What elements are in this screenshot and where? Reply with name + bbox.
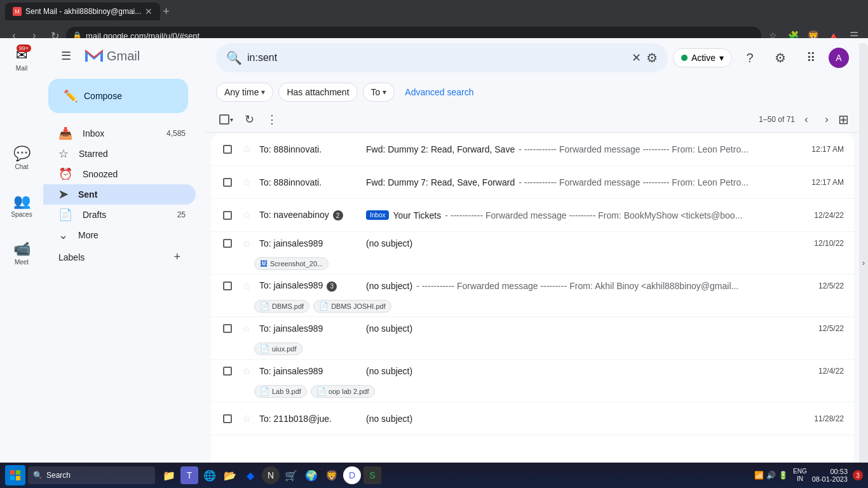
email-checkbox-6[interactable] [221,322,234,335]
new-tab-button[interactable]: + [163,5,170,18]
search-input[interactable] [247,52,627,64]
email-body-1: Fwd: Dummy 2: Read, Forward, Save - ----… [366,144,788,154]
email-row[interactable]: ☆ To: jainsales989 (no subject) 12/10/22… [211,232,854,274]
status-badge[interactable]: Active ▾ [673,48,732,67]
sidebar-item-sent[interactable]: ➤ Sent [43,184,196,205]
compose-icon: ✏️ [64,89,78,103]
email-star-4[interactable]: ☆ [239,236,254,251]
settings-button[interactable]: ⚙ [768,45,793,71]
more-options-button[interactable]: ⋮ [262,109,282,130]
right-panel-collapse[interactable]: › [859,43,868,483]
email-checkbox-7[interactable] [221,365,234,377]
taskbar-app-chrome[interactable]: 🌍 [302,466,320,484]
sidebar-item-snoozed[interactable]: ⏰ Snoozed [43,164,196,184]
attachment-filter-chip[interactable]: Has attachment [278,83,357,102]
to-filter-label: To [371,87,381,97]
email-star-1[interactable]: ☆ [239,142,254,157]
email-star-3[interactable]: ☆ [239,208,254,223]
main-content: 🔍 ✕ ⚙ Active ▾ ? ⚙ ⠿ A Any time ▾ [206,38,859,488]
search-icon: 🔍 [226,50,242,65]
system-tray: 📶 🔊 🔋 [754,471,788,480]
compose-label: Compose [84,91,122,101]
taskbar-app-files[interactable]: 📂 [221,466,239,484]
email-checkbox-2[interactable] [221,176,234,189]
svg-rect-1 [16,470,20,475]
email-checkbox-1[interactable] [221,143,234,156]
sidebar-item-mail[interactable]: ✉ 99+ Mail [3,43,41,76]
email-row[interactable]: ☆ To: 211b018@jue. (no subject) 11/28/22 [211,402,854,435]
taskbar-app-discord[interactable]: D [343,466,361,484]
email-row[interactable]: ☆ To: naveenabinoy 2 Inbox Your Tickets … [211,199,854,232]
inbox-label: Inbox [83,128,104,139]
next-page-button[interactable]: › [818,111,836,128]
notification-badge[interactable]: 3 [853,470,863,480]
sidebar-item-starred[interactable]: ☆ Starred [43,144,196,164]
email-checkbox-4[interactable] [221,237,234,250]
compose-button[interactable]: ✏️ Compose [48,79,188,113]
email-row[interactable]: ☆ To: jainsales989 (no subject) 12/4/22 … [211,360,854,402]
email-checkbox-8[interactable] [221,412,234,425]
sidebar-item-spaces[interactable]: 👥 Spaces [3,189,41,222]
email-star-2[interactable]: ☆ [239,175,254,190]
hamburger-menu[interactable]: ☰ [53,43,79,69]
taskbar-app-teams[interactable]: T [180,466,198,484]
sidebar-item-chat[interactable]: 💬 Chat [3,142,41,174]
search-bar[interactable]: 🔍 ✕ ⚙ [216,43,668,72]
taskbar-search[interactable]: 🔍 Search [28,466,155,484]
snoozed-icon: ⏰ [58,167,72,181]
to-filter-chip[interactable]: To ▾ [363,83,395,102]
attachment-row-7: 📄 Lab 9.pdf 📄 oop lab 2.pdf [254,385,375,398]
email-date-6: 12/5/22 [793,324,844,333]
sidebar-item-drafts[interactable]: 📄 Drafts 25 [43,205,196,225]
search-filter-button[interactable]: ⚙ [646,50,658,65]
taskbar-app-splus[interactable]: S [363,466,381,484]
start-button[interactable] [5,465,25,485]
sidebar-item-meet[interactable]: 📹 Meet [3,237,41,269]
taskbar-app-edge[interactable]: 🌐 [201,466,219,484]
email-star-6[interactable]: ☆ [239,321,254,336]
time-filter-chip[interactable]: Any time ▾ [216,83,273,102]
toolbar-left: ▾ ↻ ⋮ [216,109,282,130]
taskbar-app-brave[interactable]: 🦁 [323,466,341,484]
apps-button[interactable]: ⠿ [798,45,824,71]
attachment-row-5: 📄 DBMS.pdf 📄 DBMS JOSHI.pdf [254,300,391,313]
taskbar-search-label: Search [46,471,71,480]
email-row[interactable]: ☆ To: jainsales989 3 (no subject) - ----… [211,274,854,317]
taskbar-app-dropbox[interactable]: ◆ [241,466,259,484]
view-toggle-button[interactable]: ⊞ [838,112,849,127]
email-star-7[interactable]: ☆ [239,363,254,379]
email-body-7: (no subject) [366,366,788,376]
email-row[interactable]: ☆ To: 888innovati. Fwd: Dummy 7: Read, S… [211,166,854,199]
taskbar-search-icon: 🔍 [33,471,43,480]
labels-add-button[interactable]: + [173,250,180,264]
email-date-2: 12:17 AM [793,178,844,187]
sidebar-item-more[interactable]: ⌄ More [43,225,196,245]
wifi-icon: 📶 [754,471,764,480]
taskbar-app-explorer[interactable]: 📁 [160,466,178,484]
help-button[interactable]: ? [737,45,763,71]
tab-close-button[interactable]: ✕ [145,6,153,17]
refresh-button[interactable]: ↻ [239,109,259,130]
prev-page-button[interactable]: ‹ [797,111,815,128]
attachment-row-4: 🖼 Screenshot_20... [254,257,329,270]
active-tab[interactable]: M Sent Mail - akhil888binoy@gmai... ✕ [5,3,160,20]
pagination-text: 1–50 of 71 [759,115,795,124]
avatar[interactable]: A [829,48,849,68]
email-star-5[interactable]: ☆ [239,278,254,294]
taskbar-app-vpn[interactable]: N [262,466,280,484]
email-row[interactable]: ☆ To: 888innovati. Fwd: Dummy 2: Read, F… [211,133,854,166]
email-checkbox-3[interactable] [221,209,234,222]
advanced-search-link[interactable]: Advanced search [405,87,473,97]
email-sender-8: To: 211b018@jue. [259,414,361,424]
email-body-8: (no subject) [366,414,788,424]
sidebar-item-inbox[interactable]: 📥 Inbox 4,585 [43,123,196,144]
email-row[interactable]: ☆ To: jainsales989 (no subject) 12/5/22 … [211,317,854,360]
drafts-icon: 📄 [58,208,72,222]
email-star-8[interactable]: ☆ [239,411,254,426]
nav-sidebar: ☰ Gmail ✏️ Compose 📥 Inbox 4,585 ☆ Starr… [43,38,206,488]
email-checkbox-5[interactable] [221,280,234,292]
select-all-checkbox[interactable]: ▾ [216,109,236,130]
header-right: Active ▾ ? ⚙ ⠿ A [673,45,849,71]
search-clear-button[interactable]: ✕ [632,51,641,65]
taskbar-app-store[interactable]: 🛒 [282,466,300,484]
